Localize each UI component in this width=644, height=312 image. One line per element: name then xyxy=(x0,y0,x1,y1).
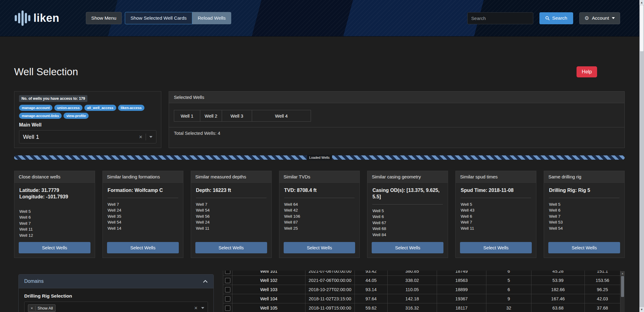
select-wells-button[interactable]: Select Wells xyxy=(19,242,90,253)
selected-well-tab[interactable]: Well 3 xyxy=(222,110,252,122)
cell-value-4: 6 xyxy=(486,271,531,276)
cell-value-2: 316.32 xyxy=(388,303,437,312)
main-well-select[interactable]: Well 1 × xyxy=(19,130,156,143)
card-well-item: Well 7 xyxy=(549,213,619,220)
card-body: Latitude: 31.7779Longitude: -101.7939 We… xyxy=(14,183,95,238)
row-checkbox[interactable] xyxy=(225,271,230,274)
chevron-up-icon xyxy=(203,280,208,283)
domains-panel-header[interactable]: Domains xyxy=(19,275,213,288)
search-button[interactable]: Search xyxy=(539,12,573,24)
card-well-item: Well 35 xyxy=(108,213,178,220)
role-badge: all_well_access xyxy=(84,105,116,111)
nav-buttons: Show MenuShow Selected Well CardsReload … xyxy=(86,12,231,24)
select-wells-button[interactable]: Select Wells xyxy=(372,242,443,253)
card-well-item: Well 54 xyxy=(549,225,619,232)
table-row[interactable]: Well 102 2021-07-06T00:00:00 44.05 338.0… xyxy=(223,276,620,285)
nav-right: Search ⚙ Account xyxy=(467,12,620,24)
account-button[interactable]: ⚙ Account xyxy=(579,12,620,24)
card-footer: Select Wells xyxy=(544,238,624,258)
scroll-down-icon[interactable]: ▼ xyxy=(639,307,644,312)
role-badge: union-access xyxy=(54,105,82,111)
card-well-item: Well 12 xyxy=(19,232,90,239)
well-selection-app: liken Show MenuShow Selected Well CardsR… xyxy=(0,0,644,312)
role-badges: manage-accountunion-accessall_well_acces… xyxy=(19,105,154,119)
selected-well-tab[interactable]: Well 4 xyxy=(252,110,311,122)
search-input[interactable] xyxy=(467,12,533,24)
select-wells-button[interactable]: Select Wells xyxy=(195,242,267,253)
wells-table-viewport: Well 101 2021-07-06T00:00:00 93.42 380.8… xyxy=(223,271,620,312)
card-well-item: Well 6 xyxy=(461,213,531,220)
cell-spud-date: 2021-07-06T00:00:00 xyxy=(305,271,355,276)
table-row[interactable]: Well 104 2018-11-02T23:15:00 97.64 142.1… xyxy=(223,294,620,303)
brand-name: liken xyxy=(33,12,59,25)
card-title: Similar TVDs xyxy=(279,171,360,183)
card-well-list: Well 5Well 6Well 7Well 53Well 54 xyxy=(549,201,619,232)
card-footer: Select Wells xyxy=(14,238,95,258)
dropdown-caret-icon[interactable] xyxy=(149,136,152,138)
cell-value-1: 93.14 xyxy=(355,285,388,294)
cell-value-6: 42.03 xyxy=(585,294,620,303)
card-well-list: Well 7Well 24Well 35Well 54Well 14 xyxy=(108,201,178,232)
card-well-item: Well 54 xyxy=(108,219,178,225)
account-button-label: Account xyxy=(592,15,609,21)
drilling-rig-select[interactable]: × Show All × xyxy=(24,302,208,312)
help-button[interactable]: Help xyxy=(577,66,597,77)
role-badge: view-profile xyxy=(63,113,89,119)
cell-value-6: 96.25 xyxy=(585,285,620,294)
selected-well-tabs: Well 1Well 2Well 3Well 4 xyxy=(169,103,624,122)
show-selected-well-cards-button[interactable]: Show Selected Well Cards xyxy=(125,12,192,24)
select-wells-button[interactable]: Select Wells xyxy=(548,242,620,253)
page-scrollbar-thumb[interactable] xyxy=(640,5,643,51)
total-selected-wells: Total Selected Wells: 4 xyxy=(169,127,624,139)
similarity-cards: Close distance wells Latitude: 31.7779Lo… xyxy=(14,171,625,258)
show-all-tag-label: Show All xyxy=(38,306,53,310)
table-row[interactable]: Well 105 2018-11-09T15:00:00 59.62 316.3… xyxy=(223,303,620,312)
loaded-wells-label: Loaded Wells xyxy=(307,155,332,160)
select-wells-button[interactable]: Select Wells xyxy=(284,242,355,253)
card-title: Similar landing formations xyxy=(103,171,183,183)
brand-logo[interactable]: liken xyxy=(15,10,59,26)
card-well-list: Well 5Well 6Well 7Well 11Well 12 xyxy=(19,209,90,239)
card-well-item: Well 7 xyxy=(461,219,531,225)
card-divider xyxy=(461,198,531,198)
table-scrollbar-thumb[interactable] xyxy=(621,276,624,297)
selected-well-tab[interactable]: Well 2 xyxy=(200,110,222,122)
cell-value-3: 18749 xyxy=(437,271,486,276)
select-wells-button[interactable]: Select Wells xyxy=(460,242,532,253)
similarity-card: Close distance wells Latitude: 31.7779Lo… xyxy=(14,171,95,258)
remove-tag-icon[interactable]: × xyxy=(31,306,36,310)
cell-value-3: 19367 xyxy=(437,294,486,303)
scroll-up-icon[interactable]: ▲ xyxy=(620,271,625,276)
card-info: Casing OD(s): [13.375, 9.625, 5.5] xyxy=(372,187,443,200)
access-panel: No. of wells you have access to: 179 man… xyxy=(14,91,161,148)
cell-well-name: Well 103 xyxy=(232,285,305,294)
card-well-item: Well 14 xyxy=(108,225,178,232)
cell-value-1: 93.42 xyxy=(355,271,388,276)
select-wells-button[interactable]: Select Wells xyxy=(107,242,179,253)
row-checkbox[interactable] xyxy=(225,296,230,302)
page-scrollbar[interactable]: ▲ ▼ xyxy=(639,0,644,312)
table-scrollbar[interactable]: ▲ ▼ xyxy=(620,271,625,312)
reload-wells-button[interactable]: Reload Wells xyxy=(192,12,231,24)
card-body: Casing OD(s): [13.375, 9.625, 5.5] Well … xyxy=(367,183,448,238)
show-menu-button[interactable]: Show Menu xyxy=(86,12,122,24)
gear-icon: ⚙ xyxy=(585,16,589,21)
table-row[interactable]: Well 103 2018-10-27T02:00:00 93.14 110.0… xyxy=(223,285,620,294)
cell-value-6: 153.56 xyxy=(585,276,620,285)
row-checkbox[interactable] xyxy=(225,287,230,292)
clear-selection-icon[interactable]: × xyxy=(194,305,197,311)
similarity-card: Same drilling rig Drilling Rig: Rig 5 We… xyxy=(544,171,625,258)
table-row[interactable]: Well 101 2021-07-06T00:00:00 93.42 380.8… xyxy=(223,271,620,276)
selected-well-tab[interactable]: Well 1 xyxy=(174,110,200,122)
dropdown-caret-icon[interactable] xyxy=(201,307,204,309)
cell-well-name: Well 104 xyxy=(232,294,305,303)
card-well-item: Well 53 xyxy=(549,219,619,225)
card-info-line: Formation: Wolfcamp C xyxy=(108,187,178,194)
row-checkbox[interactable] xyxy=(225,306,230,311)
cell-value-3: 18563 xyxy=(437,276,486,285)
card-well-item: Well 6 xyxy=(19,214,90,220)
scroll-up-icon[interactable]: ▲ xyxy=(639,0,644,5)
row-checkbox[interactable] xyxy=(225,278,230,283)
clear-selection-icon[interactable]: × xyxy=(139,134,142,140)
cell-value-5: 53.99 xyxy=(531,276,585,285)
